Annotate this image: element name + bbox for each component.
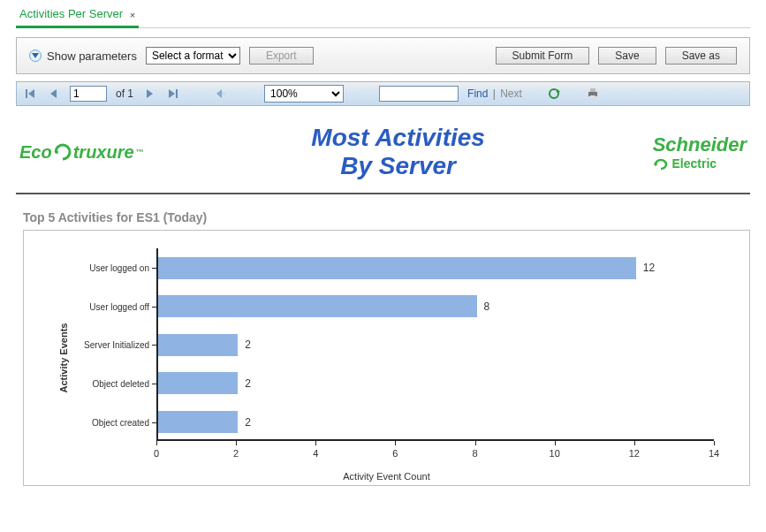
- y-tick-label: User logged on: [89, 263, 149, 273]
- schneider-logo: Schneider Electric: [653, 133, 747, 171]
- ecostruxure-logo: Eco truxure™: [19, 142, 144, 163]
- search-input[interactable]: [379, 86, 459, 102]
- report-viewer-toolbar: of 1 100% Find | Next: [16, 81, 750, 106]
- bar-value-label: 2: [245, 338, 251, 351]
- find-next-links: Find | Next: [467, 87, 522, 100]
- first-page-icon[interactable]: [24, 87, 38, 101]
- x-axis-line: [156, 439, 714, 441]
- eco-swirl-icon: [54, 143, 72, 161]
- y-axis-title: Activity Events: [58, 323, 69, 393]
- find-link[interactable]: Find: [467, 87, 488, 100]
- tab-activities-per-server[interactable]: Activities Per Server ×: [16, 4, 139, 28]
- x-tick-label: 10: [550, 448, 560, 459]
- bar-value-label: 2: [245, 377, 251, 390]
- last-page-icon[interactable]: [165, 87, 179, 101]
- back-icon[interactable]: [215, 87, 229, 101]
- svg-rect-6: [176, 89, 178, 98]
- show-parameters-label: Show parameters: [47, 49, 137, 63]
- chart-bar: [158, 334, 238, 356]
- svg-point-14: [55, 150, 58, 154]
- refresh-icon[interactable]: [547, 87, 561, 101]
- y-tick-label: User logged off: [89, 301, 149, 311]
- y-tick: [152, 345, 156, 346]
- print-icon[interactable]: [586, 87, 600, 101]
- svg-point-15: [654, 163, 657, 167]
- y-tick: [152, 307, 156, 308]
- section-title: Top 5 Activities for ES1 (Today): [23, 210, 750, 224]
- report-header: Eco truxure™ Most Activities By Server S…: [16, 117, 750, 194]
- bar-value-label: 8: [484, 300, 490, 313]
- zoom-select[interactable]: 100%: [264, 85, 344, 103]
- format-select[interactable]: Select a format: [146, 47, 240, 65]
- activities-chart: Activity Events Activity Event Count 024…: [23, 230, 750, 486]
- x-tick: [236, 441, 237, 445]
- svg-marker-8: [222, 91, 227, 96]
- y-tick-label: Server Initialized: [84, 340, 149, 350]
- next-page-icon[interactable]: [142, 87, 156, 101]
- chart-bar: [158, 295, 477, 317]
- y-tick: [152, 268, 156, 269]
- svg-rect-13: [590, 95, 595, 99]
- x-tick: [634, 441, 635, 445]
- svg-marker-0: [32, 53, 39, 58]
- x-tick-label: 14: [709, 448, 719, 459]
- schneider-swirl-icon: [653, 158, 669, 171]
- x-tick: [156, 441, 157, 445]
- y-tick-label: Object deleted: [93, 378, 150, 388]
- svg-marker-7: [216, 89, 222, 98]
- x-tick: [315, 441, 316, 445]
- save-button[interactable]: Save: [598, 47, 656, 65]
- svg-rect-1: [26, 89, 27, 98]
- x-tick-label: 4: [313, 448, 318, 459]
- x-tick: [395, 441, 396, 445]
- x-tick: [555, 441, 556, 445]
- svg-marker-5: [169, 89, 175, 98]
- x-tick-label: 6: [392, 448, 398, 459]
- page-of-label: of 1: [116, 87, 133, 100]
- bar-value-label: 12: [643, 262, 655, 274]
- svg-rect-12: [590, 88, 595, 92]
- show-parameters-toggle[interactable]: Show parameters: [29, 49, 137, 63]
- report-title: Most Activities By Server: [311, 124, 485, 180]
- export-button[interactable]: Export: [249, 47, 314, 65]
- prev-page-icon[interactable]: [47, 87, 61, 101]
- x-tick-label: 12: [629, 448, 640, 459]
- tab-label: Activities Per Server: [19, 7, 123, 20]
- submit-form-button[interactable]: Submit Form: [496, 47, 590, 65]
- close-icon[interactable]: ×: [130, 10, 135, 20]
- svg-marker-3: [50, 89, 57, 98]
- y-tick: [152, 422, 156, 423]
- chart-bar: [158, 372, 238, 394]
- x-tick: [475, 441, 476, 445]
- x-tick: [714, 441, 715, 445]
- chart-bar: [158, 411, 238, 433]
- x-tick-label: 2: [233, 448, 239, 459]
- y-tick-label: Object created: [92, 417, 149, 427]
- svg-point-9: [550, 89, 558, 98]
- x-axis-title: Activity Event Count: [343, 471, 429, 482]
- plot-area: 02468101214User logged on12User logged o…: [156, 248, 714, 441]
- bar-value-label: 2: [245, 416, 251, 429]
- triangle-down-icon: [29, 49, 42, 62]
- x-tick-label: 0: [154, 448, 159, 459]
- chart-bar: [158, 257, 636, 279]
- save-as-button[interactable]: Save as: [665, 47, 737, 65]
- y-tick: [152, 384, 156, 384]
- parameters-bar: Show parameters Select a format Export S…: [16, 37, 750, 74]
- x-tick-label: 8: [473, 448, 478, 459]
- page-number-input[interactable]: [70, 86, 107, 102]
- svg-marker-4: [147, 89, 153, 98]
- svg-marker-2: [28, 89, 34, 98]
- next-link[interactable]: Next: [500, 87, 522, 100]
